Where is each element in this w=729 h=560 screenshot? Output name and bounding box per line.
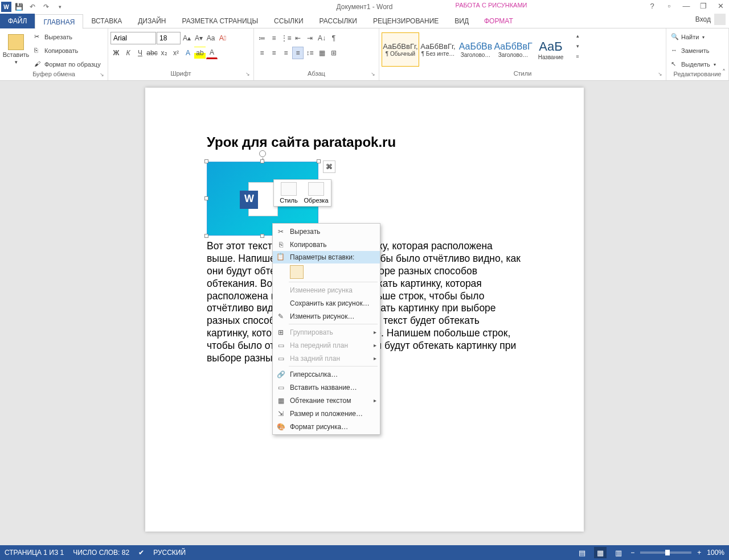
change-case-icon[interactable]: Aa — [205, 32, 216, 44]
mini-crop-button[interactable]: Обрезка — [304, 182, 329, 204]
cut-button[interactable]: ✂Вырезать — [32, 31, 103, 43]
view-web-icon[interactable]: ▥ — [612, 547, 625, 558]
bullets-icon[interactable]: ≔ — [256, 32, 268, 44]
grow-font-icon[interactable]: A▴ — [181, 32, 193, 44]
close-icon[interactable]: ✕ — [713, 0, 728, 11]
tab-file[interactable]: ФАЙЛ — [0, 14, 35, 28]
sign-in[interactable]: Вход — [695, 14, 726, 25]
ctx-insert-caption[interactable]: ▭Вставить название… — [273, 381, 380, 394]
rotate-handle-icon[interactable] — [259, 150, 266, 157]
find-button[interactable]: 🔍Найти▾ — [669, 31, 718, 43]
replace-button[interactable]: ↔Заменить — [669, 44, 718, 57]
ribbon-display-icon[interactable]: ▫ — [662, 0, 677, 11]
ctx-format-picture[interactable]: 🎨Формат рисунка… — [273, 420, 380, 433]
tab-design[interactable]: ДИЗАЙН — [130, 14, 174, 28]
font-color-icon[interactable]: A — [206, 47, 218, 59]
status-proof-icon[interactable]: ✔ — [138, 549, 144, 557]
tab-references[interactable]: ССЫЛКИ — [266, 14, 311, 28]
style-item[interactable]: АаБбВвГг,¶ Без инте… — [419, 32, 457, 67]
font-launcher-icon[interactable]: ↘ — [245, 71, 250, 77]
text-effects-icon[interactable]: A — [182, 47, 194, 59]
view-read-icon[interactable]: ▤ — [576, 547, 588, 558]
numbering-icon[interactable]: ≡ — [268, 32, 280, 44]
ctx-save-as-picture[interactable]: Сохранить как рисунок… — [273, 297, 380, 310]
status-words[interactable]: ЧИСЛО СЛОВ: 82 — [73, 549, 129, 557]
resize-handle[interactable] — [204, 159, 208, 163]
subscript-icon[interactable]: x₂ — [158, 47, 170, 59]
resize-handle[interactable] — [260, 234, 264, 238]
show-marks-icon[interactable]: ¶ — [328, 32, 339, 44]
style-item[interactable]: АаБбВвЗаголово… — [457, 32, 494, 67]
gallery-down-icon[interactable]: ▾ — [572, 41, 583, 51]
save-icon[interactable]: 💾 — [13, 1, 25, 13]
styles-launcher-icon[interactable]: ↘ — [658, 71, 662, 77]
ctx-size-position[interactable]: ⇲Размер и положение… — [273, 407, 380, 420]
help-icon[interactable]: ? — [645, 0, 660, 11]
ctx-hyperlink[interactable]: 🔗Гиперссылка… — [273, 368, 380, 381]
clipboard-launcher-icon[interactable]: ↘ — [100, 72, 104, 77]
resize-handle[interactable] — [260, 159, 264, 163]
style-item[interactable]: АаБбВвГЗаголово… — [494, 32, 532, 67]
clear-format-icon[interactable]: A⃠ — [217, 32, 228, 44]
line-spacing-icon[interactable]: ↕≡ — [304, 47, 316, 59]
underline-icon[interactable]: Ч — [134, 47, 146, 59]
paste-option-icon[interactable] — [290, 265, 304, 279]
indent-icon[interactable]: ⇥ — [304, 32, 316, 44]
align-left-icon[interactable]: ≡ — [256, 47, 268, 59]
tab-mailings[interactable]: РАССЫЛКИ — [312, 14, 365, 28]
tab-format[interactable]: ФОРМАТ — [476, 14, 521, 28]
restore-icon[interactable]: ❐ — [696, 0, 711, 11]
strike-icon[interactable]: abc — [146, 47, 158, 59]
ctx-copy[interactable]: ⎘Копировать — [273, 238, 380, 251]
zoom-in-icon[interactable]: + — [697, 549, 701, 557]
mini-style-button[interactable]: Стиль — [276, 182, 301, 204]
zoom-out-icon[interactable]: − — [630, 549, 634, 557]
resize-handle[interactable] — [204, 196, 208, 200]
italic-icon[interactable]: К — [122, 47, 134, 59]
minimize-icon[interactable]: — — [679, 0, 694, 11]
tab-view[interactable]: ВИД — [447, 14, 477, 28]
ctx-cut[interactable]: ✂Вырезать — [273, 225, 380, 238]
format-painter-button[interactable]: 🖌Формат по образцу — [32, 58, 103, 71]
superscript-icon[interactable]: x² — [170, 47, 182, 59]
tab-home[interactable]: ГЛАВНАЯ — [35, 14, 83, 29]
shrink-font-icon[interactable]: A▾ — [193, 32, 204, 44]
select-button[interactable]: ↖Выделить▾ — [669, 58, 718, 71]
paste-button[interactable]: Вставить ▾ — [2, 30, 30, 69]
font-size-combo[interactable] — [157, 32, 181, 44]
style-gallery[interactable]: АаБбВвГг,¶ ОбычныйАаБбВвГг,¶ Без инте…Аа… — [382, 30, 570, 69]
redo-icon[interactable]: ↷ — [40, 1, 52, 13]
gallery-more-icon[interactable]: ≡ — [572, 51, 583, 61]
view-print-icon[interactable]: ▦ — [594, 547, 607, 558]
font-name-combo[interactable] — [110, 32, 156, 44]
bold-icon[interactable]: Ж — [110, 47, 122, 59]
justify-icon[interactable]: ≡ — [292, 47, 304, 59]
ctx-edit-picture[interactable]: ✎Изменить рисунок… — [273, 310, 380, 323]
ctx-text-wrap[interactable]: ▦Обтекание текстом▸ — [273, 394, 380, 407]
borders-icon[interactable]: ⊞ — [328, 47, 339, 59]
gallery-up-icon[interactable]: ▴ — [572, 31, 583, 41]
multilevel-icon[interactable]: ⋮≡ — [280, 32, 292, 44]
resize-handle[interactable] — [204, 234, 208, 238]
sort-icon[interactable]: A↓ — [316, 32, 327, 44]
shading-icon[interactable]: ▦ — [316, 47, 327, 59]
align-center-icon[interactable]: ≡ — [268, 47, 280, 59]
tab-layout[interactable]: РАЗМЕТКА СТРАНИЦЫ — [174, 14, 267, 28]
copy-button[interactable]: ⎘Копировать — [32, 44, 103, 57]
zoom-slider[interactable] — [640, 551, 691, 554]
undo-icon[interactable]: ↶ — [26, 1, 39, 13]
style-item[interactable]: АаБбВвГг,¶ Обычный — [382, 32, 419, 67]
align-right-icon[interactable]: ≡ — [280, 47, 292, 59]
qat-customize-icon[interactable]: ▾ — [54, 1, 66, 13]
layout-options-icon[interactable]: ⌘ — [323, 160, 335, 173]
collapse-ribbon-icon[interactable]: ˄ — [722, 68, 726, 76]
zoom-level[interactable]: 100% — [707, 549, 724, 557]
style-item[interactable]: АаБНазвание — [532, 32, 570, 67]
outdent-icon[interactable]: ⇤ — [292, 32, 304, 44]
highlight-icon[interactable]: ab — [194, 47, 206, 59]
resize-handle[interactable] — [317, 159, 321, 163]
status-page[interactable]: СТРАНИЦА 1 ИЗ 1 — [5, 549, 64, 557]
tab-review[interactable]: РЕЦЕНЗИРОВАНИЕ — [365, 14, 447, 28]
tab-insert[interactable]: ВСТАВКА — [83, 14, 130, 28]
status-language[interactable]: РУССКИЙ — [153, 549, 186, 557]
